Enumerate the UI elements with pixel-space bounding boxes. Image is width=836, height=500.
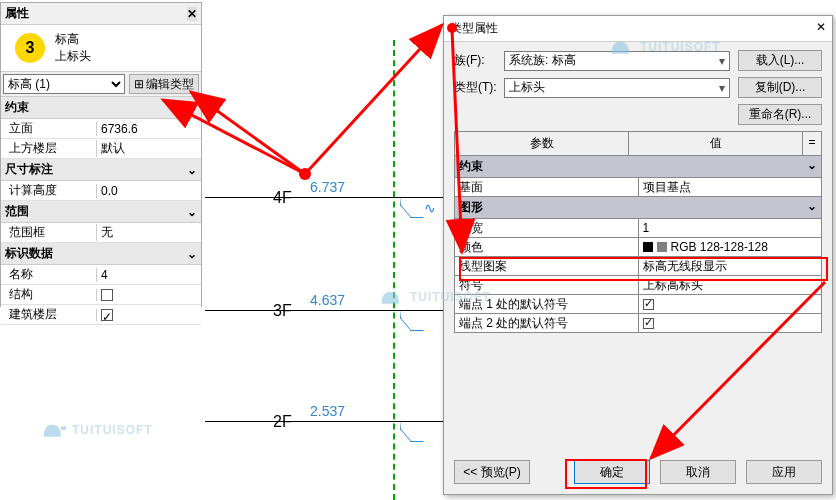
param-row[interactable]: 端点 1 处的默认符号 bbox=[454, 295, 822, 314]
dialog-title: 类型属性 bbox=[450, 20, 498, 37]
close-icon[interactable]: ✕ bbox=[187, 7, 197, 21]
prop-row[interactable]: 建筑楼层✓ bbox=[1, 305, 201, 325]
prop-group[interactable]: 标识数据⌄ bbox=[1, 243, 201, 265]
type-properties-dialog: 类型属性 ✕ 族(F): 系统族: 标高 载入(L)... 类型(T): 上标头… bbox=[443, 15, 833, 495]
type-label: 类型(T): bbox=[454, 79, 504, 96]
level-line[interactable]: 2.5372F bbox=[205, 421, 445, 422]
break-icon: ∿ bbox=[424, 200, 436, 216]
type-select[interactable]: 上标头 bbox=[504, 78, 730, 98]
apply-button[interactable]: 应用 bbox=[746, 460, 822, 484]
eq-col: = bbox=[803, 132, 821, 155]
param-row[interactable]: 基面项目基点 bbox=[454, 178, 822, 197]
load-button[interactable]: 载入(L)... bbox=[738, 50, 822, 71]
param-row[interactable]: 线宽1 bbox=[454, 219, 822, 238]
type-main: 标高 bbox=[55, 31, 91, 48]
properties-title: 属性 bbox=[5, 5, 29, 22]
properties-grid: 约束⌄立面6736.6上方楼层默认尺寸标注⌄计算高度0.0范围⌄范围框无标识数据… bbox=[1, 96, 201, 325]
param-row[interactable]: 线型图案标高无线段显示 bbox=[454, 257, 822, 276]
grid-line bbox=[393, 40, 395, 500]
prop-row[interactable]: 计算高度0.0 bbox=[1, 181, 201, 201]
dialog-close-icon[interactable]: ✕ bbox=[816, 20, 826, 37]
instance-selector[interactable]: 标高 (1) bbox=[3, 74, 125, 94]
edit-type-button[interactable]: 编辑类型 bbox=[129, 74, 199, 94]
rename-button[interactable]: 重命名(R)... bbox=[738, 104, 822, 125]
param-header: 参数 值 = bbox=[454, 131, 822, 156]
prop-row[interactable]: 名称4 bbox=[1, 265, 201, 285]
param-row[interactable]: 符号上标高标头 bbox=[454, 276, 822, 295]
param-row[interactable]: 颜色 RGB 128-128-128 bbox=[454, 238, 822, 257]
watermark: TUITUISOFT bbox=[378, 285, 491, 309]
param-group[interactable]: 约束⌄ bbox=[454, 156, 822, 178]
prop-group[interactable]: 约束⌄ bbox=[1, 97, 201, 119]
ok-button[interactable]: 确定 bbox=[574, 460, 650, 484]
param-group[interactable]: 图形⌄ bbox=[454, 197, 822, 219]
properties-panel: 属性 ✕ 3 标高 上标头 标高 (1) 编辑类型 约束⌄立面6736.6上方楼… bbox=[0, 2, 202, 307]
properties-header: 属性 ✕ bbox=[1, 3, 201, 25]
param-row[interactable]: 端点 2 处的默认符号 bbox=[454, 314, 822, 333]
preview-button[interactable]: << 预览(P) bbox=[454, 460, 530, 484]
watermark: TUITUISOFT bbox=[40, 418, 153, 442]
type-sub: 上标头 bbox=[55, 48, 91, 65]
duplicate-button[interactable]: 复制(D)... bbox=[738, 77, 822, 98]
prop-group[interactable]: 范围⌄ bbox=[1, 201, 201, 223]
prop-row[interactable]: 立面6736.6 bbox=[1, 119, 201, 139]
prop-row[interactable]: 结构 bbox=[1, 285, 201, 305]
step-badge: 3 bbox=[15, 33, 45, 63]
viewport[interactable]: 6.7374F4.6373F2.5372F bbox=[205, 0, 445, 500]
prop-row[interactable]: 上方楼层默认 bbox=[1, 139, 201, 159]
cancel-button[interactable]: 取消 bbox=[660, 460, 736, 484]
family-label: 族(F): bbox=[454, 52, 504, 69]
value-col: 值 bbox=[629, 132, 803, 155]
prop-group[interactable]: 尺寸标注⌄ bbox=[1, 159, 201, 181]
level-line[interactable]: 4.6373F bbox=[205, 310, 445, 311]
watermark: TUITUISOFT bbox=[608, 35, 721, 59]
prop-row[interactable]: 范围框无 bbox=[1, 223, 201, 243]
param-col: 参数 bbox=[455, 132, 629, 155]
type-selector[interactable]: 3 标高 上标头 bbox=[1, 25, 201, 72]
level-line[interactable]: 6.7374F bbox=[205, 197, 445, 198]
